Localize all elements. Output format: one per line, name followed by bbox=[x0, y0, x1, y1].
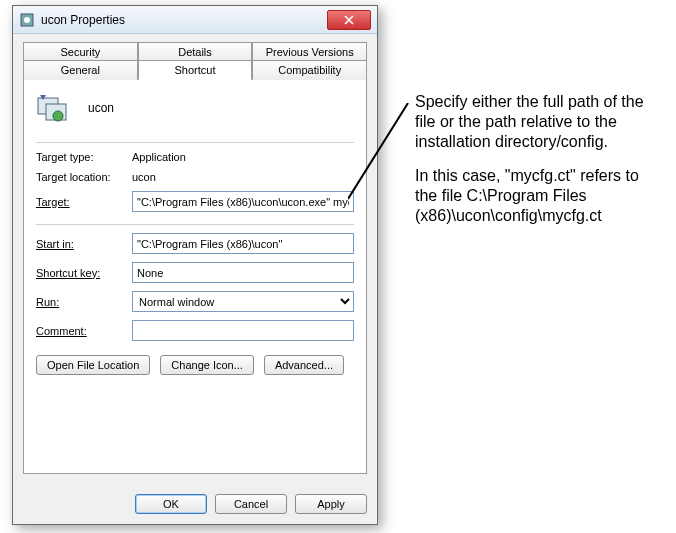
divider bbox=[36, 224, 354, 225]
target-type-value: Application bbox=[132, 151, 354, 163]
start-in-label: Start in: bbox=[36, 238, 132, 250]
svg-point-4 bbox=[53, 111, 63, 121]
advanced-button[interactable]: Advanced... bbox=[264, 355, 344, 375]
open-file-location-button[interactable]: Open File Location bbox=[36, 355, 150, 375]
annotation-p1: Specify either the full path of the file… bbox=[415, 92, 660, 152]
shortcut-header: ucon bbox=[36, 92, 354, 124]
run-select[interactable]: Normal window bbox=[132, 291, 354, 312]
tab-compatibility[interactable]: Compatibility bbox=[252, 60, 367, 80]
tab-panel-shortcut: ucon Target type: Application Target loc… bbox=[23, 79, 367, 474]
properties-dialog: ucon Properties Security Details Previou… bbox=[12, 5, 378, 525]
tab-details[interactable]: Details bbox=[138, 42, 253, 61]
app-icon bbox=[19, 12, 35, 28]
shortcut-button-row: Open File Location Change Icon... Advanc… bbox=[36, 355, 354, 375]
target-location-label: Target location: bbox=[36, 171, 132, 183]
tab-strip: Security Details Previous Versions Gener… bbox=[23, 42, 367, 80]
close-icon bbox=[344, 15, 354, 25]
change-icon-button[interactable]: Change Icon... bbox=[160, 355, 254, 375]
shortcut-key-input[interactable] bbox=[132, 262, 354, 283]
ok-button[interactable]: OK bbox=[135, 494, 207, 514]
shortcut-key-label: Shortcut key: bbox=[36, 267, 132, 279]
annotation-p2: In this case, "mycfg.ct" refers to the f… bbox=[415, 166, 660, 226]
target-type-label: Target type: bbox=[36, 151, 132, 163]
comment-input[interactable] bbox=[132, 320, 354, 341]
tab-shortcut[interactable]: Shortcut bbox=[138, 60, 253, 80]
dialog-body: Security Details Previous Versions Gener… bbox=[13, 34, 377, 484]
dialog-footer: OK Cancel Apply bbox=[13, 484, 377, 524]
run-label: Run: bbox=[36, 296, 132, 308]
target-location-value: ucon bbox=[132, 171, 354, 183]
apply-button[interactable]: Apply bbox=[295, 494, 367, 514]
start-in-input[interactable] bbox=[132, 233, 354, 254]
tab-security[interactable]: Security bbox=[23, 42, 138, 61]
tab-previous-versions[interactable]: Previous Versions bbox=[252, 42, 367, 61]
annotation-text: Specify either the full path of the file… bbox=[415, 92, 660, 240]
shortcut-icon bbox=[36, 92, 68, 124]
titlebar: ucon Properties bbox=[13, 6, 377, 34]
shortcut-name: ucon bbox=[88, 101, 114, 115]
tab-general[interactable]: General bbox=[23, 60, 138, 80]
close-button[interactable] bbox=[327, 10, 371, 30]
cancel-button[interactable]: Cancel bbox=[215, 494, 287, 514]
svg-point-1 bbox=[24, 17, 30, 23]
window-title: ucon Properties bbox=[41, 13, 327, 27]
target-input[interactable] bbox=[132, 191, 354, 212]
target-label: Target: bbox=[36, 196, 132, 208]
divider bbox=[36, 142, 354, 143]
comment-label: Comment: bbox=[36, 325, 132, 337]
